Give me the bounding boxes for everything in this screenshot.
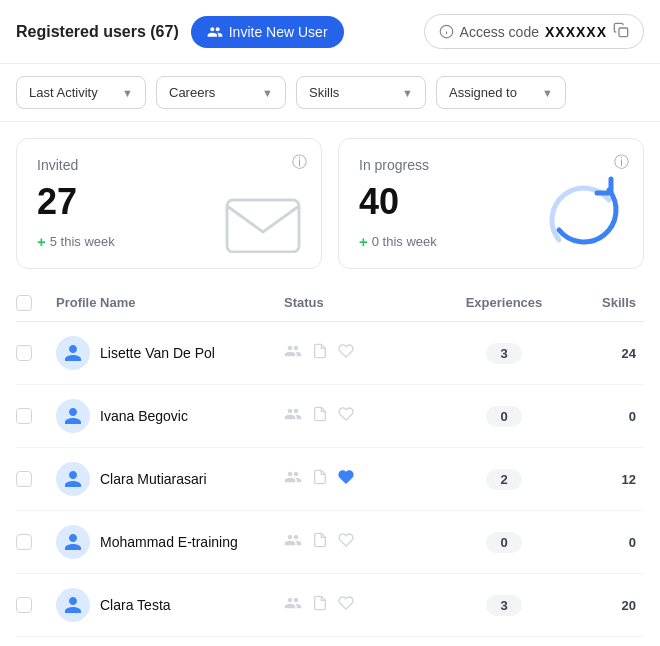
experiences-badge: 3 xyxy=(486,595,522,616)
file-icon[interactable] xyxy=(312,595,328,615)
user-name: Lisette Van De Pol xyxy=(100,345,215,361)
filter-last-activity[interactable]: Last Activity ▼ xyxy=(16,76,146,109)
avatar xyxy=(56,462,90,496)
row-checkbox[interactable] xyxy=(16,471,32,487)
column-profile-name: Profile Name xyxy=(56,295,284,311)
skills-cell: 0 xyxy=(564,409,644,424)
user-name: Mohammad E-training xyxy=(100,534,238,550)
info-icon: ⓘ xyxy=(614,153,629,172)
row-checkbox[interactable] xyxy=(16,597,32,613)
filter-skills-label: Skills xyxy=(309,85,339,100)
skills-cell: 12 xyxy=(564,472,644,487)
status-cell xyxy=(284,531,444,553)
filter-careers-label: Careers xyxy=(169,85,215,100)
heart-icon[interactable] xyxy=(338,406,354,426)
file-icon[interactable] xyxy=(312,343,328,363)
user-cell: Ivana Begovic xyxy=(56,399,284,433)
user-cell: Mohammad E-training xyxy=(56,525,284,559)
heart-icon[interactable] xyxy=(338,532,354,552)
user-cell: Clara Mutiarasari xyxy=(56,462,284,496)
table-header: Profile Name Status Experiences Skills xyxy=(16,285,644,322)
experiences-cell: 0 xyxy=(444,532,564,553)
user-name: Ivana Begovic xyxy=(100,408,188,424)
access-code-value: XXXXXX xyxy=(545,24,607,40)
file-icon[interactable] xyxy=(312,406,328,426)
svg-rect-3 xyxy=(619,28,628,37)
envelope-icon xyxy=(223,188,303,256)
info-icon: ⓘ xyxy=(292,153,307,172)
row-checkbox[interactable] xyxy=(16,345,32,361)
filter-assigned-to-label: Assigned to xyxy=(449,85,517,100)
skills-cell: 20 xyxy=(564,598,644,613)
filter-last-activity-label: Last Activity xyxy=(29,85,98,100)
person-icon[interactable] xyxy=(284,468,302,490)
invite-button-label: Invite New User xyxy=(229,24,328,40)
row-checkbox-cell xyxy=(16,345,56,361)
experiences-cell: 3 xyxy=(444,595,564,616)
person-icon[interactable] xyxy=(284,594,302,616)
refresh-icon xyxy=(539,175,629,258)
experiences-cell: 3 xyxy=(444,343,564,364)
experiences-badge: 0 xyxy=(486,406,522,427)
heart-icon[interactable] xyxy=(338,595,354,615)
heart-icon[interactable] xyxy=(338,343,354,363)
file-icon[interactable] xyxy=(312,532,328,552)
filter-skills[interactable]: Skills ▼ xyxy=(296,76,426,109)
person-icon[interactable] xyxy=(284,342,302,364)
chevron-down-icon: ▼ xyxy=(122,87,133,99)
heart-active-icon[interactable] xyxy=(338,469,354,489)
experiences-badge: 3 xyxy=(486,343,522,364)
filters-bar: Last Activity ▼ Careers ▼ Skills ▼ Assig… xyxy=(0,64,660,122)
avatar xyxy=(56,399,90,433)
svg-rect-4 xyxy=(227,200,299,252)
select-all-checkbox[interactable] xyxy=(16,295,32,311)
skills-cell: 0 xyxy=(564,535,644,550)
chevron-down-icon: ▼ xyxy=(542,87,553,99)
chevron-down-icon: ▼ xyxy=(262,87,273,99)
user-name: Clara Testa xyxy=(100,597,171,613)
file-icon[interactable] xyxy=(312,469,328,489)
column-skills: Skills xyxy=(564,295,644,311)
filter-careers[interactable]: Careers ▼ xyxy=(156,76,286,109)
user-cell: Lisette Van De Pol xyxy=(56,336,284,370)
skills-cell: 24 xyxy=(564,346,644,361)
invited-label: Invited xyxy=(37,157,301,173)
row-checkbox-cell xyxy=(16,534,56,550)
avatar xyxy=(56,588,90,622)
experiences-badge: 2 xyxy=(486,469,522,490)
stats-row: ⓘ Invited 27 + 5 this week ⓘ In progress… xyxy=(0,122,660,285)
table-row: Clara Mutiarasari 2 12 xyxy=(16,448,644,511)
person-icon[interactable] xyxy=(284,531,302,553)
row-checkbox[interactable] xyxy=(16,408,32,424)
status-cell xyxy=(284,342,444,364)
avatar xyxy=(56,336,90,370)
column-status: Status xyxy=(284,295,444,311)
copy-icon[interactable] xyxy=(613,22,629,41)
access-code-label: Access code xyxy=(460,24,539,40)
status-cell xyxy=(284,468,444,490)
avatar xyxy=(56,525,90,559)
filter-assigned-to[interactable]: Assigned to ▼ xyxy=(436,76,566,109)
in-progress-card: ⓘ In progress 40 + 0 this week xyxy=(338,138,644,269)
experiences-cell: 2 xyxy=(444,469,564,490)
column-experiences: Experiences xyxy=(444,295,564,311)
chevron-down-icon: ▼ xyxy=(402,87,413,99)
header: Registered users (67) Invite New User Ac… xyxy=(0,0,660,64)
users-table: Profile Name Status Experiences Skills L… xyxy=(0,285,660,637)
access-code-container: Access code XXXXXX xyxy=(424,14,644,49)
row-checkbox-cell xyxy=(16,471,56,487)
experiences-cell: 0 xyxy=(444,406,564,427)
table-row: Mohammad E-training 0 0 xyxy=(16,511,644,574)
in-progress-label: In progress xyxy=(359,157,623,173)
person-icon[interactable] xyxy=(284,405,302,427)
experiences-badge: 0 xyxy=(486,532,522,553)
user-cell: Clara Testa xyxy=(56,588,284,622)
page-title: Registered users (67) xyxy=(16,23,179,41)
row-checkbox-cell xyxy=(16,408,56,424)
status-cell xyxy=(284,594,444,616)
row-checkbox[interactable] xyxy=(16,534,32,550)
invite-new-user-button[interactable]: Invite New User xyxy=(191,16,344,48)
header-checkbox-cell xyxy=(16,295,56,311)
table-row: Clara Testa 3 20 xyxy=(16,574,644,637)
user-name: Clara Mutiarasari xyxy=(100,471,207,487)
